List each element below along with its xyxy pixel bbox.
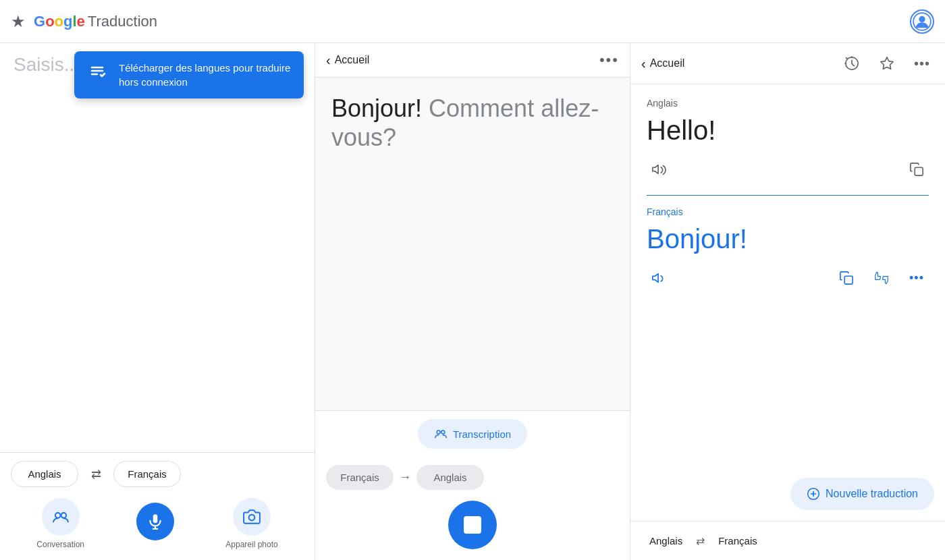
copy-icon <box>909 162 924 177</box>
middle-back-label: Accueil <box>335 54 370 66</box>
source-text: Bonjour! Comment allez-vous? <box>331 94 614 152</box>
middle-lang-selector: Français → Anglais <box>326 465 619 490</box>
logo-o1: o <box>45 13 54 30</box>
left-source-lang-btn[interactable]: Anglais <box>11 461 78 487</box>
right-actions-top: ••• <box>840 51 934 76</box>
new-translation-btn[interactable]: Nouvelle traduction <box>790 478 934 510</box>
transcription-btn[interactable]: Transcription <box>418 419 527 449</box>
tooltip-text: Télécharger des langues pour traduire ho… <box>119 61 292 89</box>
new-translation-row: Nouvelle traduction <box>630 470 945 521</box>
svg-point-8 <box>437 430 440 434</box>
source-text-bold: Bonjour! <box>331 94 422 122</box>
middle-arrow-icon: → <box>399 470 411 484</box>
stop-btn[interactable] <box>448 501 497 549</box>
left-lang-selector: Anglais ⇄ Français <box>11 461 304 487</box>
svg-rect-4 <box>153 514 157 523</box>
logo-traduction: Traduction <box>88 13 157 30</box>
microphone-icon <box>136 503 174 540</box>
input-placeholder: Saisis... <box>14 54 80 76</box>
camera-icon <box>233 498 271 536</box>
logo-e: e <box>77 13 85 30</box>
target-more-btn[interactable]: ••• <box>905 266 929 290</box>
right-top-bar: ‹ Accueil ••• <box>630 43 945 84</box>
middle-source-lang-btn[interactable]: Français <box>326 465 394 490</box>
conversation-icon <box>42 498 80 536</box>
main-content: Télécharger des langues pour traduire ho… <box>0 43 945 560</box>
logo-g: G <box>34 13 45 30</box>
left-panel: Télécharger des langues pour traduire ho… <box>0 43 315 560</box>
logo-g2: g <box>63 13 72 30</box>
svg-marker-12 <box>653 274 658 283</box>
target-translation-section: Français Bonjour! <box>647 206 929 290</box>
right-bottom-source-lang[interactable]: Anglais <box>641 530 691 552</box>
svg-point-1 <box>919 16 925 22</box>
right-bottom-lang: Anglais ⇄ Français <box>630 521 945 560</box>
transcription-label: Transcription <box>453 428 511 440</box>
right-back-arrow-icon: ‹ <box>641 56 646 72</box>
middle-back-btn[interactable]: ‹ Accueil <box>326 53 369 68</box>
target-copy-btn[interactable] <box>834 266 859 290</box>
middle-target-lang-btn[interactable]: Anglais <box>416 465 484 490</box>
target-copy-icon <box>839 271 854 285</box>
right-content: Anglais Hello! <box>630 84 945 470</box>
check-icon <box>86 61 108 82</box>
source-copy-btn[interactable] <box>905 157 929 181</box>
transcription-icon <box>434 427 448 441</box>
left-swap-btn[interactable]: ⇄ <box>84 462 108 486</box>
source-lang-label: Anglais <box>647 98 929 109</box>
history-btn[interactable] <box>840 51 864 76</box>
feedback-btn[interactable] <box>869 266 894 290</box>
new-translation-label: Nouvelle traduction <box>826 488 918 500</box>
right-bottom-target-lang[interactable]: Français <box>710 530 765 552</box>
left-bottom-actions: Conversation <box>11 495 304 552</box>
source-section-actions <box>647 157 929 181</box>
middle-bottom: Transcription Français → Anglais <box>315 410 630 560</box>
left-input-area[interactable]: Saisis... <box>0 43 315 452</box>
conversation-btn[interactable]: Conversation <box>36 498 84 549</box>
favorite-btn[interactable] <box>875 51 899 76</box>
stop-icon <box>464 516 481 534</box>
google-logo: Google Traduction <box>34 13 910 30</box>
right-more-btn[interactable]: ••• <box>910 51 934 76</box>
logo-o2: o <box>55 13 63 30</box>
section-divider <box>647 195 929 196</box>
svg-point-9 <box>441 430 445 434</box>
conversation-label: Conversation <box>36 540 84 549</box>
left-target-lang-btn[interactable]: Français <box>113 461 181 487</box>
svg-rect-13 <box>844 276 853 284</box>
source-translation-section: Anglais Hello! <box>647 98 929 181</box>
back-arrow-icon: ‹ <box>326 53 331 68</box>
middle-more-btn[interactable]: ••• <box>599 51 619 69</box>
source-audio-btn[interactable] <box>647 157 671 181</box>
star-icon <box>880 56 894 71</box>
download-tooltip: Télécharger des langues pour traduire ho… <box>74 51 304 99</box>
target-audio-btn[interactable] <box>647 266 671 290</box>
middle-panel: ‹ Accueil ••• Bonjour! Comment allez-vou… <box>315 43 630 560</box>
source-translation-result: Hello! <box>647 114 929 146</box>
translation-display: Bonjour! Comment allez-vous? <box>315 78 630 410</box>
right-panel: ‹ Accueil ••• <box>630 43 945 560</box>
top-nav: ★ Google Traduction <box>0 0 945 43</box>
microphone-btn[interactable] <box>136 503 174 544</box>
history-icon <box>844 56 859 71</box>
camera-label: Appareil photo <box>225 540 277 549</box>
middle-top-bar: ‹ Accueil ••• <box>315 43 630 78</box>
right-back-label: Accueil <box>650 57 685 69</box>
right-bottom-swap-btn[interactable]: ⇄ <box>696 534 705 547</box>
source-audio-icon <box>651 162 666 177</box>
plus-icon <box>807 487 820 501</box>
target-translation-result: Bonjour! <box>647 223 929 255</box>
right-back-btn[interactable]: ‹ Accueil <box>641 56 684 72</box>
target-audio-icon <box>651 271 666 285</box>
svg-point-2 <box>55 513 61 518</box>
camera-btn[interactable]: Appareil photo <box>225 498 277 549</box>
user-avatar[interactable] <box>910 9 934 34</box>
avatar-icon <box>913 12 932 31</box>
svg-rect-11 <box>915 167 923 175</box>
star-icon[interactable]: ★ <box>11 12 26 31</box>
left-bottom: Anglais ⇄ Français Conversation <box>0 452 315 560</box>
target-lang-label: Français <box>647 206 929 217</box>
svg-point-3 <box>61 513 66 518</box>
thumbs-icon <box>872 271 891 285</box>
target-section-actions: ••• <box>647 266 929 290</box>
